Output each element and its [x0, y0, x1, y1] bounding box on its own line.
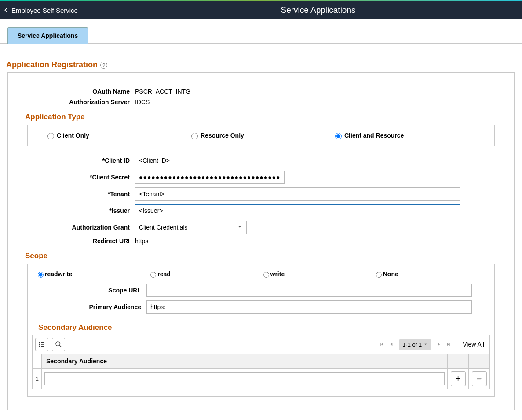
- secondary-audience-input[interactable]: [44, 372, 445, 385]
- back-button[interactable]: Employee Self Service: [0, 1, 84, 19]
- table-row: 1 + −: [33, 369, 490, 389]
- radio-label-resource-only: Resource Only: [201, 132, 244, 139]
- search-icon: [55, 341, 62, 348]
- radio-input-client-only[interactable]: [47, 133, 54, 139]
- grid-search-button[interactable]: [52, 338, 65, 351]
- radio-input-none[interactable]: [376, 272, 382, 278]
- radio-input-resource-only[interactable]: [191, 133, 198, 139]
- scope-url-input[interactable]: [146, 284, 472, 297]
- redirect-uri-label: Redirect URI: [14, 237, 135, 245]
- grid-toolbar: 1-1 of 1 View All: [32, 335, 490, 354]
- secondary-audience-title: Secondary Audience: [38, 323, 490, 332]
- secondary-audience-header: Secondary Audience: [42, 354, 448, 369]
- rownum-header: [33, 354, 42, 369]
- tenant-input[interactable]: [135, 187, 460, 201]
- remove-col-header: [469, 354, 490, 369]
- panel-title: Application Registration ?: [6, 60, 107, 69]
- topbar: Employee Self Service Service Applicatio…: [0, 1, 522, 19]
- scope-url-label: Scope URL: [32, 287, 146, 294]
- oauth-name-label: OAuth Name: [14, 88, 135, 95]
- radio-label-none: None: [383, 270, 398, 278]
- issuer-label: *Issuer: [14, 207, 135, 214]
- tenant-label: *Tenant: [14, 190, 135, 197]
- auth-server-label: Authorization Server: [14, 99, 135, 106]
- radio-label-write: write: [270, 270, 285, 278]
- radio-client-only[interactable]: Client Only: [45, 131, 189, 139]
- scope-title: Scope: [25, 252, 508, 260]
- radio-label-readwrite: readwrite: [45, 270, 72, 278]
- client-id-label: *Client ID: [14, 157, 135, 164]
- radio-input-client-and-resource[interactable]: [335, 133, 342, 139]
- add-col-header: [448, 354, 469, 369]
- radio-label-read: read: [157, 270, 171, 278]
- client-secret-label: *Client Secret: [14, 174, 135, 181]
- tab-service-applications[interactable]: Service Applications: [7, 27, 88, 44]
- nav-next-icon: [436, 341, 442, 347]
- grid-range-text: 1-1 of 1: [402, 341, 422, 348]
- radio-label-client-and-resource: Client and Resource: [344, 132, 404, 139]
- view-all-link[interactable]: View All: [463, 341, 484, 348]
- radio-input-readwrite[interactable]: [38, 272, 44, 278]
- nav-last-icon: [445, 341, 452, 347]
- grid-range[interactable]: 1-1 of 1: [399, 339, 431, 350]
- auth-grant-label: Authorization Grant: [14, 224, 135, 231]
- client-secret-input[interactable]: [135, 171, 285, 184]
- chevron-down-icon: [423, 342, 428, 347]
- back-label: Employee Self Service: [11, 7, 78, 14]
- grid-settings-icon: [38, 341, 45, 348]
- grid-prev-button: [387, 340, 396, 349]
- primary-audience-label: Primary Audience: [32, 303, 146, 310]
- radio-label-client-only: Client Only: [57, 132, 89, 139]
- radio-read[interactable]: read: [148, 270, 261, 278]
- row-number: 1: [33, 369, 42, 389]
- scope-radio-group: readwrite read write None: [32, 270, 490, 278]
- application-type-group: Client Only Resource Only Client and Res…: [27, 125, 495, 146]
- issuer-input[interactable]: [135, 204, 460, 217]
- redirect-uri-value: https: [135, 237, 148, 245]
- help-icon[interactable]: ?: [100, 62, 107, 69]
- nav-prev-icon: [388, 341, 394, 347]
- nav-first-icon: [379, 341, 385, 347]
- radio-input-write[interactable]: [263, 272, 269, 278]
- grid-settings-button[interactable]: [35, 338, 48, 351]
- client-id-input[interactable]: [135, 154, 460, 167]
- remove-row-button[interactable]: −: [472, 371, 487, 386]
- secondary-audience-grid: Secondary Audience 1 + −: [32, 354, 490, 389]
- radio-none[interactable]: None: [374, 270, 486, 278]
- radio-input-read[interactable]: [150, 272, 156, 278]
- scope-panel: readwrite read write None: [27, 264, 495, 397]
- application-type-title: Application Type: [25, 113, 508, 121]
- tab-row: Service Applications: [0, 19, 522, 44]
- radio-resource-only[interactable]: Resource Only: [189, 131, 333, 139]
- radio-write[interactable]: write: [261, 270, 374, 278]
- radio-readwrite[interactable]: readwrite: [36, 270, 148, 278]
- auth-server-value: IDCS: [135, 99, 150, 106]
- auth-grant-select[interactable]: Client Credentials: [135, 221, 247, 234]
- grid-last-button: [444, 340, 453, 349]
- application-registration-panel: Application Registration ? OAuth Name PS…: [7, 72, 515, 410]
- radio-client-and-resource[interactable]: Client and Resource: [333, 131, 477, 139]
- oauth-name-value: PSCR_ACCT_INTG: [135, 88, 190, 95]
- add-row-button[interactable]: +: [451, 371, 466, 386]
- primary-audience-input[interactable]: [146, 300, 472, 314]
- chevron-left-icon: [3, 7, 9, 13]
- toolbar-divider: [458, 340, 458, 349]
- content-area: Application Registration ? OAuth Name PS…: [0, 44, 522, 420]
- grid-first-button: [377, 340, 387, 349]
- grid-next-button: [434, 340, 444, 349]
- panel-title-text: Application Registration: [6, 60, 98, 69]
